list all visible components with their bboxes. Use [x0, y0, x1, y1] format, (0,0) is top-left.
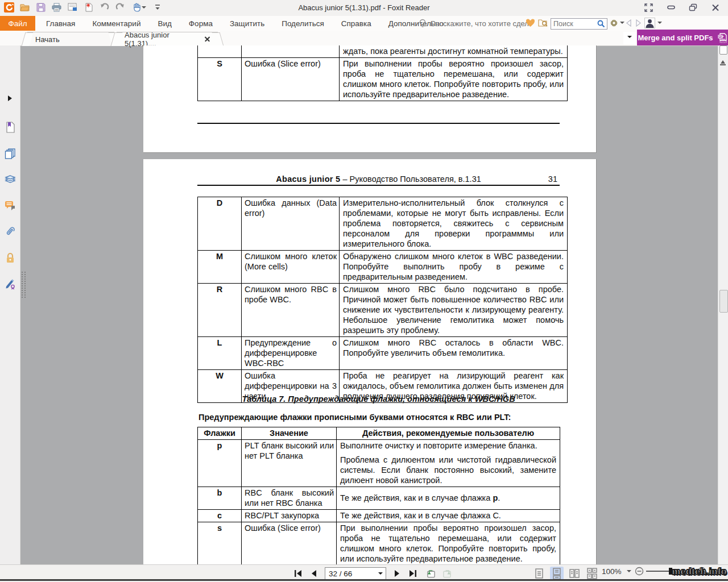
facing-view-button[interactable] [568, 567, 581, 580]
document-tab-strip: Начать Abacus junior 5(1.31).... [0, 31, 728, 46]
gear-icon[interactable] [610, 19, 618, 27]
table-row: s Ошибка (Slice error) При выполнении пр… [198, 522, 560, 566]
flag-cell: D [198, 197, 242, 251]
zoom-dropdown-icon[interactable] [627, 570, 631, 575]
attachments-icon[interactable] [5, 226, 16, 238]
tab-current-document[interactable]: Abacus junior 5(1.31).... [117, 32, 218, 46]
page-number-box [325, 567, 386, 580]
close-tab-icon[interactable] [205, 36, 210, 42]
tab-share[interactable]: Поделиться [273, 19, 333, 28]
search-magnifier-icon[interactable] [595, 19, 607, 28]
value-cell: Ошибка (Slice error) [242, 58, 340, 101]
digital-signatures-icon[interactable] [5, 278, 16, 290]
scroll-up-icon[interactable] [721, 58, 725, 64]
flag-cell: L [198, 337, 242, 370]
tab-start-page[interactable]: Начать [27, 32, 114, 46]
gear-dropdown-icon[interactable] [620, 22, 624, 26]
flag-cell: p [198, 440, 242, 487]
value-cell: RBC бланк высокий или нет RBC бланка [242, 487, 337, 510]
window-bottom-border [0, 579, 728, 581]
merge-split-pdfs-button[interactable]: Merge and split PDFs PDF [637, 30, 728, 45]
merge-split-label: Merge and split PDFs [638, 34, 713, 42]
page-dropdown-icon[interactable] [378, 572, 383, 577]
flag-cell [198, 45, 242, 58]
minimize-button[interactable] [666, 3, 676, 12]
tab-label: Начать [35, 35, 60, 44]
vertical-scrollbar[interactable] [718, 45, 728, 564]
pdf-page-31: ждать, пока реагенты достигнут комнатной… [143, 45, 597, 153]
forward-arrow-icon[interactable] [635, 19, 642, 27]
file-menu-button[interactable]: Файл [0, 16, 35, 31]
folder-search-icon[interactable] [538, 18, 548, 27]
flag-cell: s [198, 522, 242, 566]
continuous-facing-view-button[interactable] [585, 567, 599, 580]
close-button[interactable] [710, 3, 720, 12]
comments-icon[interactable] [5, 200, 16, 211]
account-dropdown-icon[interactable] [657, 22, 662, 26]
table-row: p PLT бланк высокий или нет PLT бланка В… [198, 440, 560, 487]
scroll-up-icon-base [720, 64, 726, 65]
page-view-modes [532, 567, 599, 580]
layers-icon[interactable] [5, 174, 16, 185]
action-cell: Те же действия, как и в случае флажка p. [337, 487, 560, 510]
action-cell: При выполнении пробы вероятно произошел … [337, 522, 560, 566]
bookmarks-icon[interactable] [5, 122, 16, 133]
window-title: Abacus junior 5(1.31).pdf - Foxit Reader [0, 3, 728, 12]
zoom-out-button[interactable] [635, 567, 644, 576]
svg-text:PDF: PDF [718, 35, 723, 38]
fullscreen-button[interactable] [644, 3, 653, 12]
table-row: R Слишком много RBC в пробе WBC. Слишком… [198, 284, 568, 337]
window-controls [644, 3, 720, 12]
scrollbar-thumb[interactable] [719, 290, 728, 313]
search-input[interactable] [551, 20, 595, 28]
continuous-view-button[interactable] [550, 567, 564, 580]
previous-page-button[interactable] [309, 568, 319, 579]
table-row: c RBC/PLT закупорка Те же действия, как … [198, 510, 560, 522]
flag-cell: c [198, 510, 242, 522]
single-page-view-button[interactable] [532, 567, 546, 580]
page-number-input[interactable] [325, 569, 378, 578]
tab-form[interactable]: Форма [180, 19, 221, 28]
value-cell: PLT бланк высокий или нет PLT бланка [242, 440, 337, 487]
tab-view[interactable]: Вид [149, 19, 180, 28]
value-cell: RBC/PLT закупорка [242, 510, 337, 522]
tab-comment[interactable]: Комментарий [84, 19, 149, 28]
last-page-button[interactable] [408, 568, 418, 579]
first-page-button[interactable] [293, 568, 303, 579]
warning-flags-table-continued: ждать, пока реагенты достигнут комнатной… [197, 45, 568, 101]
warning-flags-table-rbc-plt: Флажки Значение Действия, рекомендуемые … [197, 427, 560, 565]
tab-home[interactable]: Главная [38, 19, 84, 28]
restore-button[interactable] [688, 3, 698, 12]
table-row: M Слишком много клеток (More cells) Обна… [198, 251, 568, 284]
tab-protect[interactable]: Защитить [221, 19, 273, 28]
value-cell: Слишком много RBC в пробе WBC. [242, 284, 340, 337]
title-bar: Abacus junior 5(1.31).pdf - Foxit Reader [0, 0, 728, 16]
favorite-heart-icon[interactable] [526, 19, 535, 27]
site-watermark: medteh.info [672, 567, 727, 577]
table-caption: Таблица 7. Предупреждающие флажки, относ… [197, 394, 560, 404]
tell-me-box[interactable]: Расскажите, что хотите сдел [419, 16, 529, 31]
back-arrow-icon[interactable] [626, 19, 632, 27]
menu-items: Главная Комментарий Вид Форма Защитить П… [38, 16, 452, 31]
page-thumbnails-icon[interactable] [5, 148, 16, 159]
tab-list-dropdown-button[interactable] [623, 32, 636, 44]
next-view-button[interactable] [442, 568, 452, 579]
ribbon-menu-bar: Файл Главная Комментарий Вид Форма Защит… [0, 16, 728, 31]
table-header-row: Флажки Значение Действия, рекомендуемые … [198, 427, 560, 440]
tab-help[interactable]: Справка [333, 19, 380, 28]
zoom-level[interactable]: 100% [602, 567, 626, 576]
panel-resize-handle[interactable] [22, 272, 26, 298]
page-number: 31 [548, 174, 557, 184]
next-page-button[interactable] [392, 568, 402, 579]
column-header: Действия, рекомендуемые пользователю [337, 427, 560, 440]
action-cell: ждать, пока реагенты достигнут комнатной… [340, 45, 568, 58]
action-cell: Слишком много RBC осталось в области WBC… [340, 337, 568, 370]
pdf-page-32: Abacus junior 5 – Руководство Пользовате… [143, 159, 597, 565]
previous-view-button[interactable] [426, 568, 436, 579]
avatar-icon [644, 18, 655, 28]
value-cell [242, 45, 340, 58]
security-icon[interactable] [5, 252, 16, 264]
account-button[interactable] [644, 18, 662, 28]
split-view-handle[interactable] [719, 45, 727, 55]
expand-panel-icon[interactable] [8, 95, 15, 101]
